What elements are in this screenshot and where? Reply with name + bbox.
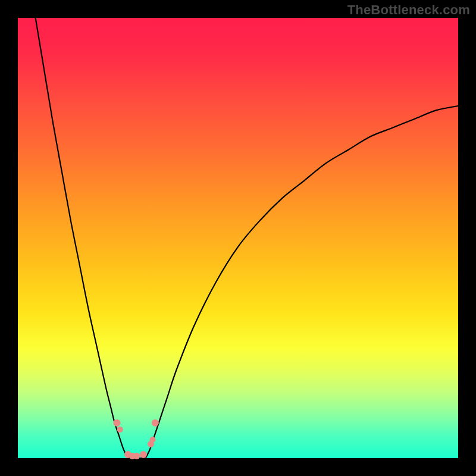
data-marker [140,451,147,458]
plot-area [18,18,458,458]
watermark-text: TheBottleneck.com [347,2,470,18]
chart-svg [18,18,458,458]
chart-frame: TheBottleneck.com [0,0,476,476]
data-marker [152,419,159,427]
data-marker [149,437,155,443]
data-marker [133,453,140,459]
right-curve [146,106,458,458]
data-marker [114,419,121,427]
data-marker [117,427,123,433]
left-curve [36,18,128,458]
